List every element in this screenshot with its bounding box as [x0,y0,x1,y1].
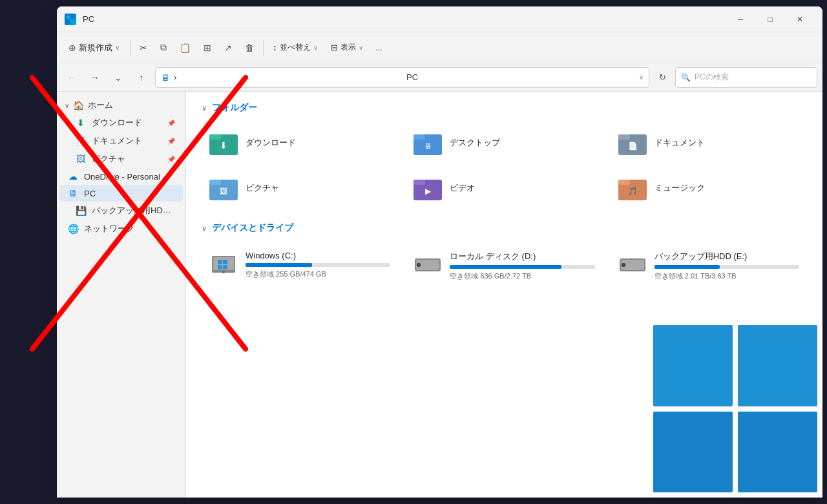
drive-bar-c [246,263,312,267]
drive-name-c: Windows (C:) [246,251,390,260]
delete-icon: 🗑 [245,43,254,53]
new-label: 新規作成 [79,42,112,54]
folder-item-document[interactable]: 📄 ドキュメント [611,124,807,162]
folder-icon-download: ⬇ [209,131,238,155]
drive-grid: Windows (C:) 空き領域 255 GB/474 GB [202,244,807,288]
pc-icon: 🖥 [161,72,170,83]
cut-icon: ✂ [140,43,147,53]
forward-button[interactable]: → [85,68,105,87]
folder-grid: ⬇ ダウンロード 🖥 デスクトップ [202,124,807,207]
address-chevron-icon: ∨ [639,74,644,81]
svg-point-24 [222,271,225,273]
svg-rect-5 [209,134,221,140]
download-icon: ⬇ [75,118,87,128]
up-button[interactable]: ↑ [132,68,151,87]
svg-rect-27 [218,265,222,269]
copy-button[interactable]: ⧉ [155,38,172,57]
minimize-button[interactable]: ─ [726,9,755,30]
share-button[interactable]: ↗ [219,39,237,57]
recent-button[interactable]: ⌄ [109,68,128,87]
sidebar-document-label: ドキュメント [92,135,162,147]
backup-icon: 💾 [75,205,87,216]
folder-download-label: ダウンロード [246,137,296,149]
sidebar-item-backup[interactable]: 💾 バックアップ用HDD (E: [59,202,183,220]
svg-rect-8 [414,134,425,140]
pin-icon-3: 📌 [167,156,175,163]
drive-item-c[interactable]: Windows (C:) 空き領域 255 GB/474 GB [202,244,398,288]
close-button[interactable]: ✕ [785,9,815,30]
drive-size-d: 空き領域 636 GB/2.72 TB [450,271,594,281]
sort-button[interactable]: ↕ 並べ替え ∨ [267,38,323,57]
svg-rect-25 [218,260,222,264]
sidebar-picture-label: ピクチャ [92,153,162,165]
new-button[interactable]: ⊕ 新規作成 ∨ [62,38,126,58]
sidebar-item-document[interactable]: 📄 ドキュメント 📌 [59,132,183,150]
sidebar-item-picture[interactable]: 🖼 ピクチャ 📌 [59,150,183,168]
search-bar[interactable]: 🔍 PCの検索 [675,67,817,88]
sidebar-item-download[interactable]: ⬇ ダウンロード 📌 [59,114,183,132]
drive-item-d[interactable]: ローカル ディスク (D:) 空き領域 636 GB/2.72 TB [406,244,602,288]
address-bar[interactable]: 🖥 › PC ∨ [155,67,649,88]
back-button[interactable]: ← [62,68,81,87]
folder-desktop-label: デスクトップ [450,137,500,149]
folder-icon-video: ▶ [414,176,442,200]
folder-item-picture[interactable]: 🖼 ピクチャ [202,169,398,207]
toolbar-divider-2 [263,40,264,56]
folder-icon-picture: 🖼 [209,176,238,200]
drive-info-c: Windows (C:) 空き領域 255 GB/474 GB [246,251,390,279]
rename-icon: ⊞ [204,43,211,53]
sidebar-item-onedrive[interactable]: ☁ OneDrive - Personal [59,168,183,185]
refresh-button[interactable]: ↻ [653,68,671,87]
svg-text:🖼: 🖼 [220,187,227,196]
view-button[interactable]: ⊟ 表示 ∨ [326,38,368,57]
sidebar-item-network[interactable]: 🌐 ネットワーク [59,220,183,238]
sort-icon: ↕ [273,43,277,52]
more-label: ... [376,43,382,52]
more-button[interactable]: ... [371,39,388,56]
drives-chevron-icon[interactable]: ∨ [202,224,207,233]
toolbar-divider-1 [130,40,131,56]
maximize-button[interactable]: □ [755,9,785,30]
rename-button[interactable]: ⊞ [198,39,216,57]
new-icon: ⊕ [68,43,76,53]
drives-section-title: デバイスとドライブ [212,222,293,234]
title-bar: PC ─ □ ✕ [57,6,822,32]
svg-text:🖥: 🖥 [424,142,432,151]
pin-icon: 📌 [167,120,175,127]
drives-section-header: ∨ デバイスとドライブ [202,222,807,234]
document-icon: 📄 [75,136,87,146]
search-placeholder: PCの検索 [695,72,729,83]
folder-item-desktop[interactable]: 🖥 デスクトップ [406,124,602,162]
folders-chevron-icon[interactable]: ∨ [202,104,207,112]
sidebar-onedrive-label: OneDrive - Personal [84,172,175,182]
drive-name-e: バックアップ用HDD (E:) [654,251,799,262]
sort-chevron: ∨ [313,44,318,51]
drive-bar-container-e [654,265,799,269]
sidebar-home-header[interactable]: ∨ 🏠 ホーム [57,97,185,114]
svg-rect-28 [223,265,227,269]
sidebar-item-pc[interactable]: 🖥 PC [59,185,183,202]
folder-item-download[interactable]: ⬇ ダウンロード [202,124,398,162]
cut-button[interactable]: ✂ [134,39,152,57]
drive-bar-e [654,265,720,269]
copy-icon: ⧉ [160,42,167,53]
sidebar-pc-label: PC [84,189,175,198]
folder-document-label: ドキュメント [654,137,705,149]
svg-rect-20 [618,180,630,185]
svg-text:📄: 📄 [627,141,637,151]
drive-name-d: ローカル ディスク (D:) [450,251,594,262]
drive-item-e[interactable]: バックアップ用HDD (E:) 空き領域 2.01 TB/3.63 TB [611,244,807,288]
svg-point-36 [622,264,624,266]
pc-sidebar-icon: 🖥 [67,188,79,198]
network-icon: 🌐 [67,224,79,234]
folder-item-music[interactable]: 🎵 ミュージック [611,169,807,207]
drive-bar-container-d [450,265,594,269]
paste-button[interactable]: 📋 [174,39,196,57]
drive-info-d: ローカル ディスク (D:) 空き領域 636 GB/2.72 TB [450,251,594,281]
svg-rect-1 [71,16,75,19]
svg-rect-0 [67,16,70,19]
folder-item-video[interactable]: ▶ ビデオ [406,169,602,207]
drive-size-e: 空き領域 2.01 TB/3.63 TB [654,271,799,281]
sidebar-backup-label: バックアップ用HDD (E: [92,205,175,216]
delete-button[interactable]: 🗑 [240,39,259,57]
